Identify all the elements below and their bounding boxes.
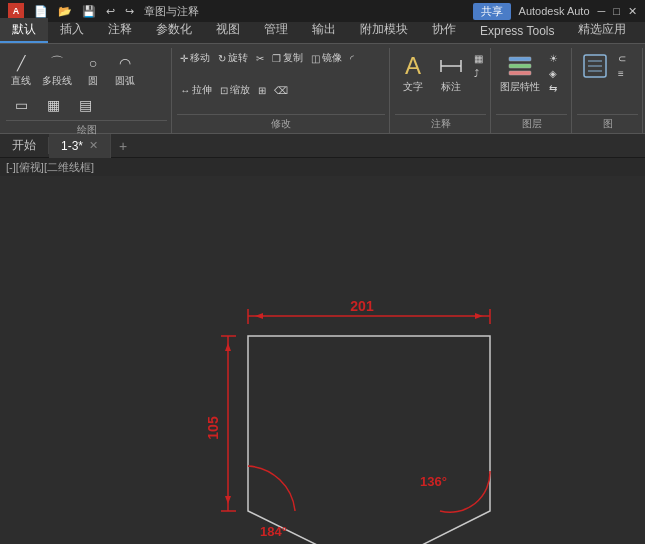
list-button[interactable]: ≡	[615, 67, 629, 80]
layer-state-button[interactable]: ☀	[546, 52, 561, 65]
table-button[interactable]: ▦	[471, 52, 486, 65]
trim-icon: ✂	[256, 53, 264, 64]
close-button[interactable]: ✕	[628, 5, 637, 18]
dim-201-label: 201	[350, 298, 374, 314]
maximize-button[interactable]: □	[613, 5, 620, 17]
draw-group-content: ╱ 直线 ⌒ 多段线 ○ 圆 ◠ 圆弧 ▭	[6, 48, 167, 118]
rect-button[interactable]: ▭	[6, 92, 36, 118]
modify-group-label: 修改	[177, 114, 385, 133]
tab-view[interactable]: 视图	[204, 18, 252, 43]
app-logo[interactable]: A	[8, 3, 24, 19]
line-icon: ╱	[10, 52, 32, 74]
tab-featured[interactable]: 精选应用	[566, 18, 638, 43]
dim-184-label: 184°	[260, 524, 287, 539]
modify-row-1: ✛ 移动 ↻ 旋转 ✂	[177, 50, 267, 66]
layer-match-icon: ⇆	[549, 83, 557, 94]
circle-icon: ○	[82, 52, 104, 74]
scale-button[interactable]: ⊡ 缩放	[217, 82, 253, 98]
modify-group: ✛ 移动 ↻ 旋转 ✂ ❐ 复制 ◫ 镜像	[173, 48, 390, 133]
svg-marker-19	[225, 343, 231, 351]
draw-group-label: 绘图	[6, 120, 167, 139]
erase-button[interactable]: ⌫	[271, 84, 291, 97]
text-button[interactable]: A 文字	[395, 50, 431, 96]
tab-express-tools[interactable]: Express Tools	[468, 21, 566, 43]
properties-group-content: ⊂ ≡	[577, 48, 638, 112]
stretch-icon: ↔	[180, 85, 190, 96]
tab-annotate[interactable]: 注释	[96, 18, 144, 43]
fillet-button[interactable]: ◜	[347, 52, 357, 65]
app-name: Autodesk Auto	[519, 5, 590, 17]
layers-group-label: 图层	[496, 114, 567, 133]
gradient-button[interactable]: ▤	[70, 92, 100, 118]
copy-button[interactable]: ❐ 复制	[269, 50, 306, 66]
fillet-icon: ◜	[350, 53, 354, 64]
arc-button[interactable]: ◠ 圆弧	[110, 50, 140, 90]
annotate-group: A 文字 标注 ▦ ⤴	[391, 48, 491, 133]
layer-make-current-button[interactable]: ◈	[546, 67, 561, 80]
dimension-icon	[437, 52, 465, 80]
draw-row-2: ▭ ▦ ▤	[6, 92, 100, 118]
modify-row-2: ❐ 复制 ◫ 镜像 ◜	[269, 50, 357, 66]
tab-output[interactable]: 输出	[300, 18, 348, 43]
properties-group: ⊂ ≡ 图	[573, 48, 643, 133]
modify-row-3: ↔ 拉伸 ⊡ 缩放 ⊞ ⌫	[177, 82, 291, 98]
dimension-button[interactable]: 标注	[433, 50, 469, 96]
layer-properties-button[interactable]: 图层特性	[496, 50, 544, 96]
table-icon: ▦	[474, 53, 483, 64]
save-icon[interactable]: 💾	[78, 4, 100, 19]
properties-group-label: 图	[577, 114, 638, 133]
dim-136-label: 136°	[420, 474, 447, 489]
hatch-button[interactable]: ▦	[38, 92, 68, 118]
list-icon: ≡	[618, 68, 624, 79]
move-button[interactable]: ✛ 移动	[177, 50, 213, 66]
drawing-svg: 201 105 90 136° 184°	[0, 176, 645, 544]
layer-properties-icon	[506, 52, 534, 80]
polyline-button[interactable]: ⌒ 多段线	[38, 50, 76, 90]
array-button[interactable]: ⊞	[255, 84, 269, 97]
layer-state-icon: ☀	[549, 53, 558, 64]
scale-icon: ⊡	[220, 85, 228, 96]
share-button[interactable]: 共享	[473, 3, 511, 20]
svg-rect-5	[509, 71, 531, 75]
tab-addons[interactable]: 附加模块	[348, 18, 420, 43]
polyline-icon: ⌒	[46, 52, 68, 74]
new-file-icon[interactable]: 📄	[30, 4, 52, 19]
properties-button[interactable]	[577, 50, 613, 82]
ribbon-tabs: 默认 插入 注释 参数化 视图 管理 输出 附加模块 协作 Express To…	[0, 22, 645, 44]
open-icon[interactable]: 📂	[54, 4, 76, 19]
title-bar-left: A 📄 📂 💾 ↩ ↪ 章图与注释	[8, 3, 203, 19]
layer-make-current-icon: ◈	[549, 68, 557, 79]
canvas-area[interactable]: 201 105 90 136° 184°	[0, 176, 645, 544]
multileader-button[interactable]: ⤴	[471, 67, 486, 80]
trim-button[interactable]: ✂	[253, 52, 267, 65]
chapter-dropdown[interactable]: 章图与注释	[140, 4, 203, 19]
undo-icon[interactable]: ↩	[102, 4, 119, 19]
multileader-icon: ⤴	[474, 68, 479, 79]
mirror-button[interactable]: ◫ 镜像	[308, 50, 345, 66]
view-label: [-][俯视][二维线框]	[0, 158, 645, 176]
modify-group-content: ✛ 移动 ↻ 旋转 ✂ ❐ 复制 ◫ 镜像	[177, 48, 385, 112]
tab-collab[interactable]: 协作	[420, 18, 468, 43]
line-button[interactable]: ╱ 直线	[6, 50, 36, 90]
stretch-button[interactable]: ↔ 拉伸	[177, 82, 215, 98]
start-tab[interactable]: 开始	[0, 137, 49, 154]
redo-icon[interactable]: ↪	[121, 4, 138, 19]
mirror-icon: ◫	[311, 53, 320, 64]
tab-params[interactable]: 参数化	[144, 18, 204, 43]
draw-row-1: ╱ 直线 ⌒ 多段线 ○ 圆 ◠ 圆弧	[6, 50, 140, 90]
tab-insert[interactable]: 插入	[48, 18, 96, 43]
title-bar-right: 共享 Autodesk Auto ─ □ ✕	[473, 3, 637, 20]
minimize-button[interactable]: ─	[598, 5, 606, 17]
draw-group: ╱ 直线 ⌒ 多段线 ○ 圆 ◠ 圆弧 ▭	[2, 48, 172, 133]
match-prop-button[interactable]: ⊂	[615, 52, 629, 65]
circle-button[interactable]: ○ 圆	[78, 50, 108, 90]
rotate-button[interactable]: ↻ 旋转	[215, 50, 251, 66]
dim-105-label: 105	[205, 416, 221, 440]
layer-match-button[interactable]: ⇆	[546, 82, 561, 95]
doc-tab-name: 1-3*	[61, 139, 83, 153]
tab-manage[interactable]: 管理	[252, 18, 300, 43]
new-tab-button[interactable]: +	[111, 138, 135, 154]
ribbon: ╱ 直线 ⌒ 多段线 ○ 圆 ◠ 圆弧 ▭	[0, 44, 645, 134]
doc-tab-close-button[interactable]: ✕	[89, 139, 98, 152]
tab-default[interactable]: 默认	[0, 18, 48, 43]
